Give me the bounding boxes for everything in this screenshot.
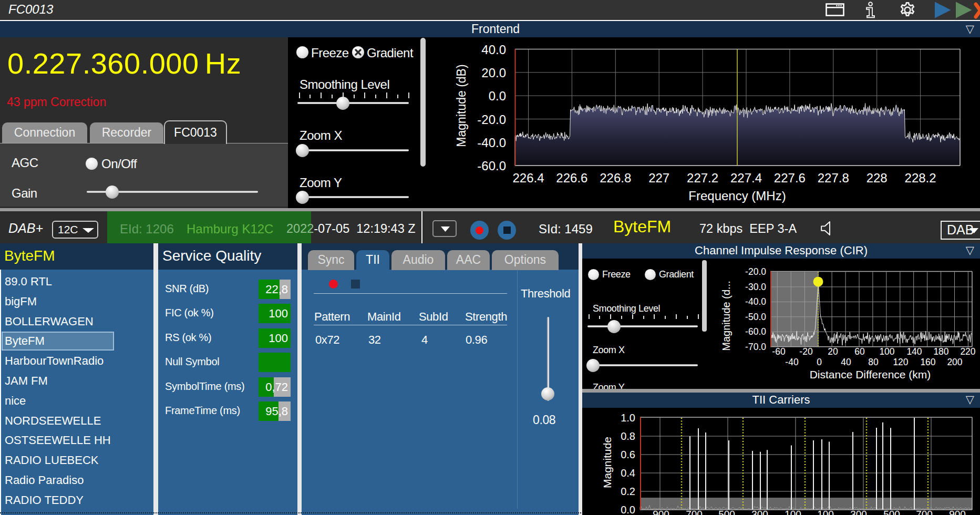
svg-text:0.4: 0.4 [621, 467, 635, 479]
svg-text:900: 900 [653, 509, 669, 515]
svg-text:100: 100 [879, 346, 894, 357]
svg-text:-40.0: -40.0 [745, 296, 766, 307]
svg-text:-60: -60 [772, 346, 786, 357]
svg-text:-50.0: -50.0 [745, 312, 766, 322]
svg-text:Magnitude: Magnitude [601, 437, 613, 488]
svg-text:227.4: 227.4 [730, 171, 762, 185]
svg-text:140: 140 [906, 346, 922, 357]
svg-text:226.6: 226.6 [556, 171, 587, 185]
svg-text:100: 100 [785, 509, 801, 515]
svg-text:-60.0: -60.0 [745, 326, 766, 337]
svg-text:0.0: 0.0 [621, 504, 635, 515]
svg-text:227.2: 227.2 [687, 171, 718, 185]
svg-text:-60.0: -60.0 [477, 159, 506, 173]
svg-text:20: 20 [828, 346, 838, 357]
svg-text:0.8: 0.8 [621, 430, 635, 442]
svg-text:Distance Difference (km): Distance Difference (km) [810, 368, 931, 380]
svg-text:226.8: 226.8 [600, 171, 631, 185]
svg-text:500: 500 [718, 509, 735, 515]
svg-text:-20.0: -20.0 [477, 112, 506, 127]
svg-text:-40: -40 [785, 357, 799, 367]
svg-text:200: 200 [947, 357, 962, 367]
svg-text:80: 80 [868, 357, 879, 367]
svg-text:100: 100 [817, 509, 834, 515]
svg-text:Magnitude (d...: Magnitude (d... [720, 281, 732, 351]
svg-text:Magnitude (dB): Magnitude (dB) [455, 64, 468, 147]
svg-text:228.2: 228.2 [905, 171, 936, 185]
svg-text:-40.0: -40.0 [477, 136, 506, 150]
svg-text:700: 700 [916, 509, 933, 515]
svg-text:900: 900 [949, 509, 966, 515]
svg-text:220: 220 [960, 346, 975, 357]
svg-text:180: 180 [933, 346, 948, 357]
svg-text:-70.0: -70.0 [745, 342, 766, 352]
svg-text:-30.0: -30.0 [745, 282, 766, 292]
svg-text:300: 300 [850, 509, 867, 515]
svg-text:227.6: 227.6 [774, 171, 806, 185]
svg-text:226.4: 226.4 [512, 171, 544, 185]
svg-text:40.0: 40.0 [481, 43, 506, 57]
svg-text:0.6: 0.6 [621, 449, 635, 460]
svg-text:227.8: 227.8 [818, 171, 849, 185]
svg-text:500: 500 [883, 509, 900, 515]
svg-text:0.2: 0.2 [621, 486, 635, 497]
svg-text:1.0: 1.0 [621, 412, 635, 424]
svg-text:-20.0: -20.0 [745, 266, 766, 277]
svg-text:0.0: 0.0 [489, 89, 506, 103]
svg-text:20.0: 20.0 [481, 66, 506, 80]
svg-text:-20: -20 [799, 346, 813, 357]
svg-text:Frequency (MHz): Frequency (MHz) [688, 189, 786, 203]
svg-text:120: 120 [893, 357, 908, 367]
svg-text:700: 700 [686, 509, 703, 515]
svg-text:300: 300 [751, 509, 768, 515]
svg-text:228: 228 [866, 171, 888, 185]
svg-text:40: 40 [841, 357, 851, 367]
svg-text:160: 160 [920, 357, 935, 367]
svg-text:60: 60 [854, 346, 865, 357]
svg-text:0: 0 [817, 357, 822, 367]
svg-text:227: 227 [648, 171, 669, 185]
